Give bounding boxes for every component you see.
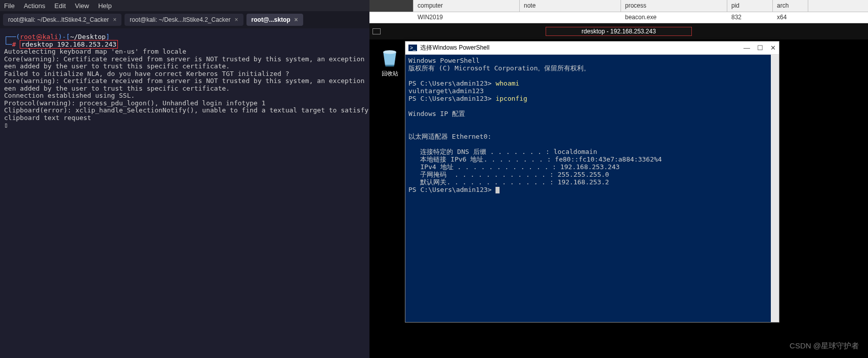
ps-prompt: PS C:\Users\admin123> xyxy=(408,186,495,193)
cell-arch: x64 xyxy=(773,12,808,23)
col-computer[interactable]: computer xyxy=(414,0,520,12)
process-table-header: computer note process pid arch xyxy=(369,0,868,12)
col-process[interactable]: process xyxy=(621,0,727,12)
ps-prompt: PS C:\Users\admin123> xyxy=(408,79,495,87)
cell-pid: 832 xyxy=(727,12,773,23)
tab-label: root@kali: ~/Desk...ltStike4.2_Cacker xyxy=(130,16,230,23)
menu-help[interactable]: Help xyxy=(98,2,112,10)
scrollbar[interactable] xyxy=(771,55,779,322)
tab-3[interactable]: root@...sktop× xyxy=(246,14,303,26)
ps-cmd: whoami xyxy=(495,79,519,87)
col-pid[interactable]: pid xyxy=(727,0,773,12)
recycle-bin-icon xyxy=(379,46,401,68)
cell-process: beacon.exe xyxy=(621,12,727,23)
recycle-bin[interactable]: 回收站 xyxy=(376,46,404,77)
ps-line: 连接特定的 DNS 后缀 . . . . . . . : localdomain xyxy=(408,148,597,155)
ps-title-text: 选择Windows PowerShell xyxy=(420,44,489,52)
term-line: Failed to initialize NLA, do you have co… xyxy=(4,70,290,77)
tab-1[interactable]: root@kali: ~/Desk...ltStike4.2_Cacker× xyxy=(3,14,121,26)
menu-actions[interactable]: Actions xyxy=(24,2,46,10)
term-line: Protocol(warning): process_pdu_logon(), … xyxy=(4,99,266,107)
ps-body[interactable]: Windows PowerShell 版权所有 (C) Microsoft Co… xyxy=(405,55,771,322)
prompt-user: root xyxy=(20,33,35,41)
recycle-label: 回收站 xyxy=(376,70,404,77)
ps-cmd: ipconfig xyxy=(495,95,527,102)
ps-titlebar[interactable]: >_ 选择Windows PowerShell — ☐ ✕ xyxy=(405,42,779,55)
cell-note xyxy=(520,12,621,23)
ps-line: IPv4 地址 . . . . . . . . . . . . : 192.16… xyxy=(408,163,619,171)
term-line: Core(warning): Certificate received from… xyxy=(4,55,364,63)
ps-line: 本地链接 IPv6 地址. . . . . . . . : fe80::fc10… xyxy=(408,155,662,163)
close-icon[interactable]: × xyxy=(295,16,298,23)
rdesktop-title: rdesktop - 192.168.253.243 xyxy=(546,27,692,36)
term-line: Connection established using SSL. xyxy=(4,92,135,99)
prompt-host: kali xyxy=(43,33,58,41)
ps-line: 以太网适配器 Ethernet0: xyxy=(408,133,491,140)
term-line: Clipboard(error): xclip_handle_Selection… xyxy=(4,106,368,114)
svg-point-0 xyxy=(383,50,396,54)
ps-line: 版权所有 (C) Microsoft Corporation。保留所有权利。 xyxy=(408,64,591,72)
ps-line: 子网掩码 . . . . . . . . . . . . : 255.255.2… xyxy=(408,171,609,178)
menu-bar: File Actions Edit View Help xyxy=(0,0,369,11)
tab-label: root@...sktop xyxy=(252,16,291,23)
cell-computer: WIN2019 xyxy=(414,12,520,23)
watermark: CSDN @星球守护者 xyxy=(790,341,859,351)
terminal-body[interactable]: ┌──(root㉿kali)-[~/Desktop] └─# rdesktop … xyxy=(0,28,369,358)
close-icon[interactable]: × xyxy=(113,16,116,23)
term-line: Autoselecting keyboard map 'en-us' from … xyxy=(4,48,186,55)
maximize-button[interactable]: ☐ xyxy=(757,44,763,52)
command-highlight: rdesktop 192.168.253.243 xyxy=(20,40,118,49)
rdesktop-titlebar[interactable]: rdesktop - 192.168.253.243 xyxy=(369,23,868,39)
tab-bar: root@kali: ~/Desk...ltStike4.2_Cacker× r… xyxy=(0,11,369,28)
ps-line: Windows IP 配置 xyxy=(408,110,465,117)
right-pane: computer note process pid arch WIN2019 b… xyxy=(369,0,868,358)
term-line: Core(warning): Certificate received from… xyxy=(4,77,364,85)
header-spacer xyxy=(369,0,414,12)
remote-desktop[interactable]: 回收站 >_ 选择Windows PowerShell — ☐ ✕ Window… xyxy=(369,39,868,358)
ps-prompt: PS C:\Users\admin123> xyxy=(408,95,495,102)
window-controls: — ☐ ✕ xyxy=(743,44,776,52)
kali-terminal-window: File Actions Edit View Help root@kali: ~… xyxy=(0,0,369,358)
table-row[interactable]: WIN2019 beacon.exe 832 x64 xyxy=(369,12,868,23)
menu-view[interactable]: View xyxy=(75,2,89,10)
window-icon xyxy=(373,28,381,34)
powershell-window[interactable]: >_ 选择Windows PowerShell — ☐ ✕ Windows Po… xyxy=(405,41,779,323)
col-arch[interactable]: arch xyxy=(773,0,808,12)
menu-file[interactable]: File xyxy=(4,2,15,10)
col-note[interactable]: note xyxy=(520,0,621,12)
term-line: een added by the user to trust this spec… xyxy=(4,85,230,92)
minimize-button[interactable]: — xyxy=(743,44,750,52)
ps-line: Windows PowerShell xyxy=(408,57,480,64)
cursor-icon xyxy=(495,187,500,193)
term-line: een added by the user to trust this spec… xyxy=(4,62,230,70)
close-button[interactable]: ✕ xyxy=(770,44,776,52)
ps-line: vulntarget\admin123 xyxy=(408,87,484,95)
prompt-path: ~/Desktop xyxy=(70,33,105,41)
row-spacer xyxy=(369,12,414,23)
powershell-icon: >_ xyxy=(408,45,417,51)
menu-edit[interactable]: Edit xyxy=(55,2,66,10)
close-icon[interactable]: × xyxy=(235,16,238,23)
tab-label: root@kali: ~/Desk...ltStike4.2_Cacker xyxy=(8,16,109,23)
term-line: clipboard text request xyxy=(4,114,91,122)
tab-2[interactable]: root@kali: ~/Desk...ltStike4.2_Cacker× xyxy=(125,14,243,26)
ps-line: 默认网关. . . . . . . . . . . . . : 192.168.… xyxy=(408,178,609,186)
